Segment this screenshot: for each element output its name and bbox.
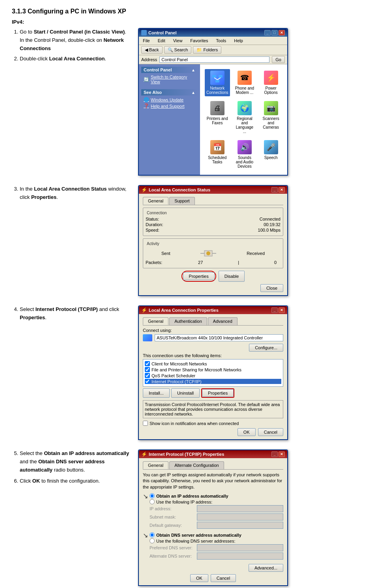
sounds-audio-icon[interactable]: 🔊 Sounds and Audio Devices <box>233 139 256 170</box>
status-minimize[interactable]: _ <box>271 187 278 193</box>
close-btn-row: Close <box>143 284 283 292</box>
advanced-button[interactable]: Advanced... <box>249 564 283 572</box>
props-minimize[interactable]: _ <box>271 307 278 313</box>
ip-radio-group: Obtain an IP address automatically Use t… <box>150 493 283 530</box>
back-button[interactable]: ◀ Back <box>141 46 163 54</box>
close-button-status[interactable]: Close <box>260 284 283 292</box>
item-tcpip-cb[interactable] <box>145 379 150 384</box>
item-sharing[interactable]: File and Printer Sharing for Microsoft N… <box>145 367 281 372</box>
close-button[interactable]: ✕ <box>279 30 285 36</box>
menu-edit[interactable]: Edit <box>155 37 168 44</box>
switch-view-link[interactable]: 🔄 Switch to Category View <box>144 75 195 84</box>
tcpip-ok-cancel-row: OK Cancel <box>143 574 283 582</box>
svg-rect-0 <box>212 75 216 78</box>
status-dialog-body: General Support Connection Status: Conne… <box>139 194 287 295</box>
properties-dialog-title: Local Area Connection Properties <box>149 308 219 313</box>
ok-button-props[interactable]: OK <box>238 428 256 436</box>
page-title: 3.1.3 Configuring a PC in Windows XP <box>12 8 377 15</box>
ip-address-label: IP address: <box>150 506 197 511</box>
regional-language-icon[interactable]: 🌍 Regional and Language ... <box>233 99 256 135</box>
props-tab-general[interactable]: General <box>143 317 168 325</box>
svg-point-6 <box>206 251 210 255</box>
sent-header: Sent <box>146 251 170 256</box>
network-connections-icon[interactable]: Network Connections <box>205 69 230 96</box>
obtain-ip-radio[interactable] <box>150 493 155 498</box>
cancel-button-props[interactable]: Cancel <box>258 428 283 436</box>
svg-rect-1 <box>219 75 223 78</box>
help-support-link[interactable]: ❓ Help and Support <box>144 103 195 109</box>
windows-update-link[interactable]: 🌐 Windows Update <box>144 97 195 102</box>
properties-button[interactable]: Properties <box>183 272 215 280</box>
switch-icon: 🔄 <box>144 77 149 82</box>
folders-button[interactable]: 📁 Folders <box>193 46 221 54</box>
windows-update-icon: 🌐 <box>144 97 149 102</box>
sidebar-see-also-title: See Also ▲ <box>141 89 198 96</box>
tcpip-minimize[interactable]: _ <box>271 451 278 457</box>
alternate-dns-label: Alternate DNS server: <box>150 554 197 558</box>
disable-button[interactable]: Disable <box>219 271 245 282</box>
item-sharing-cb[interactable] <box>145 367 150 372</box>
item-qos-cb[interactable] <box>145 373 150 378</box>
props-close[interactable]: ✕ <box>279 307 285 313</box>
power-options-icon[interactable]: ⚡ Power Options <box>259 69 282 96</box>
item-tcpip[interactable]: Internet Protocol (TCP/IP) <box>145 379 281 384</box>
use-ip-radio[interactable] <box>150 499 155 504</box>
sounds-audio-label: Sounds and Audio Devices <box>235 155 255 169</box>
arrow-2: ↘ <box>143 532 148 539</box>
status-close[interactable]: ✕ <box>279 187 285 193</box>
properties-btn-2[interactable]: Properties <box>202 389 234 397</box>
item-client[interactable]: Client for Microsoft Networks <box>145 361 281 366</box>
configure-button[interactable]: Configure... <box>249 344 283 352</box>
speed-label: Speed: <box>146 228 159 232</box>
menu-tools[interactable]: Tools <box>214 37 229 44</box>
cancel-button-tcpip[interactable]: Cancel <box>211 574 236 582</box>
use-dns-radio[interactable] <box>150 538 155 543</box>
scheduled-tasks-label: Scheduled Tasks <box>206 155 228 164</box>
address-bar: Address Go <box>139 55 287 64</box>
show-icon-cb[interactable] <box>143 421 148 426</box>
menu-help[interactable]: Help <box>232 37 245 44</box>
uninstall-button[interactable]: Uninstall <box>171 388 200 398</box>
item-client-cb[interactable] <box>145 361 150 366</box>
speech-icon[interactable]: 🎤 Speech <box>259 139 282 170</box>
speech-icon-img: 🎤 <box>264 140 278 154</box>
phone-modem-label: Phone and Modem ... <box>235 86 255 95</box>
printers-faxes-icon[interactable]: 🖨 Printers and Faxes <box>205 99 230 135</box>
svg-rect-2 <box>215 80 219 82</box>
props-tab-advanced[interactable]: Advanced <box>208 317 238 325</box>
menu-file[interactable]: File <box>140 37 152 44</box>
status-row: Status: Connected <box>146 217 281 221</box>
scanner-icon-img: 📷 <box>264 101 278 115</box>
ip-address-field <box>197 505 283 512</box>
sent-packets: 27 <box>194 260 203 265</box>
tab-support[interactable]: Support <box>169 197 195 205</box>
maximize-button[interactable]: □ <box>271 30 278 36</box>
scheduled-tasks-icon[interactable]: 📅 Scheduled Tasks <box>205 139 230 170</box>
props-tab-auth[interactable]: Authentication <box>169 317 207 325</box>
minimize-button[interactable]: _ <box>264 30 271 36</box>
menu-favorites[interactable]: Favorites <box>188 37 210 44</box>
install-button[interactable]: Install... <box>143 388 170 398</box>
sidebar-section-main: Control Panel ▲ 🔄 Switch to Category Vie… <box>141 67 198 87</box>
properties-dialog-body: General Authentication Advanced Connect … <box>139 314 287 439</box>
address-input[interactable] <box>159 56 269 63</box>
go-button[interactable]: Go <box>272 56 285 63</box>
phone-modem-icon[interactable]: ☎ Phone and Modem ... <box>233 69 256 96</box>
subnet-row: Subnet mask: <box>150 513 283 521</box>
regional-icon-img: 🌍 <box>238 101 252 115</box>
tab-general[interactable]: General <box>143 197 168 205</box>
received-header: Received <box>247 251 281 256</box>
ok-button-tcpip[interactable]: OK <box>190 574 208 582</box>
tcpip-close[interactable]: ✕ <box>279 451 285 457</box>
menu-view[interactable]: View <box>171 37 185 44</box>
item-qos[interactable]: QoS Packet Scheduler <box>145 373 281 378</box>
obtain-dns-radio[interactable] <box>150 532 155 537</box>
sidebar-main-content: 🔄 Switch to Category View <box>141 73 198 87</box>
tcpip-tab-general[interactable]: General <box>143 461 168 469</box>
search-button[interactable]: 🔍 Search <box>164 46 192 54</box>
tcpip-tab-alternate[interactable]: Alternate Configuration <box>169 461 224 469</box>
scanners-cameras-icon[interactable]: 📷 Scanners and Cameras <box>259 99 282 135</box>
help-icon: ❓ <box>144 103 149 109</box>
address-label: Address <box>141 57 157 62</box>
control-panel-body: Control Panel ▲ 🔄 Switch to Category Vie… <box>139 64 287 175</box>
